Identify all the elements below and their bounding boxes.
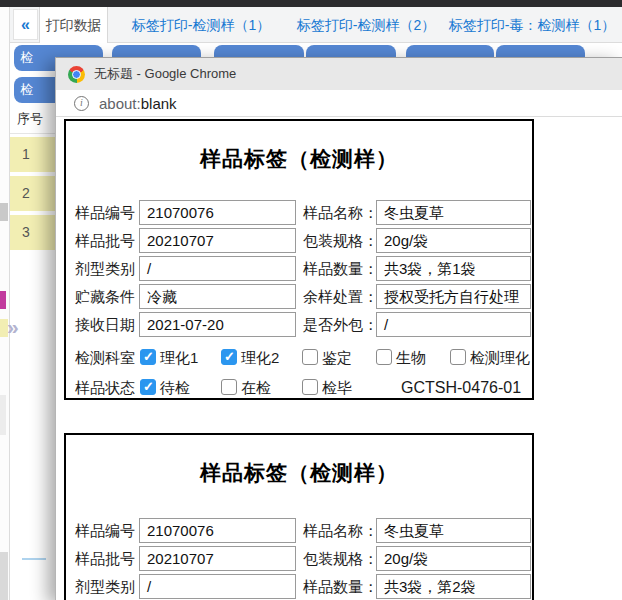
field-label: 余样处置： xyxy=(303,284,378,309)
checkbox-label: 理化1 xyxy=(160,348,198,367)
field-label: 样品状态： xyxy=(75,378,150,397)
checkbox-jiance-lihua[interactable] xyxy=(450,349,466,365)
field-label: 样品名称： xyxy=(303,200,378,225)
field-label: 样品名称： xyxy=(303,518,378,543)
tab-label-print-1[interactable]: 标签打印-检测样（1） xyxy=(120,7,282,43)
sample-label-card-1: 样品标签（检测样） 样品编号： 21070076 样品名称： 冬虫夏草 样品批号… xyxy=(64,119,534,400)
field-label: 包装规格： xyxy=(303,546,378,571)
checkbox-daijian[interactable] xyxy=(140,379,156,395)
checkbox-shengwu[interactable] xyxy=(376,349,392,365)
outsourced-input[interactable]: / xyxy=(376,312,531,337)
collapsed-left-panel xyxy=(0,7,10,600)
tab-print-data[interactable]: 打印数据 xyxy=(39,7,108,43)
table-header-seq: 序号 xyxy=(17,110,43,128)
chrome-popup-window: 无标题 - Google Chrome i about:blank 样品标签（检… xyxy=(55,57,622,600)
pack-spec-input[interactable]: 20g/袋 xyxy=(376,228,531,253)
field-row: 样品编号： 21070076 样品名称： 冬虫夏草 xyxy=(66,200,532,225)
tab-label-print-toxic-1[interactable]: 标签打印-毒：检测样（1） xyxy=(448,7,616,43)
checkbox-lihua1[interactable] xyxy=(140,349,156,365)
chrome-window-title: 无标题 - Google Chrome xyxy=(94,65,236,83)
page-url: about:blank xyxy=(99,95,177,112)
collapse-tabs-icon[interactable]: « xyxy=(13,9,38,40)
page-info-icon[interactable]: i xyxy=(74,96,89,111)
sample-name-input[interactable]: 冬虫夏草 xyxy=(376,518,531,543)
sample-name-input[interactable]: 冬虫夏草 xyxy=(376,200,531,225)
label-title: 样品标签（检测样） xyxy=(66,145,532,173)
batch-no-input[interactable]: 20210707 xyxy=(139,546,296,571)
field-row: 贮藏条件： 冷藏 余样处置： 授权受托方自行处理 xyxy=(66,284,532,309)
pack-spec-input[interactable]: 20g/袋 xyxy=(376,546,531,571)
field-row: 样品批号： 20210707 包装规格： 20g/袋 xyxy=(66,228,532,253)
field-row: 接收日期： 2021-07-20 是否外包： / xyxy=(66,312,532,337)
dosage-form-input[interactable]: / xyxy=(139,574,296,599)
sample-no-input[interactable]: 21070076 xyxy=(139,200,296,225)
checkbox-jianding[interactable] xyxy=(302,349,318,365)
field-row: 样品批号： 20210707 包装规格： 20g/袋 xyxy=(66,546,532,571)
checkbox-label: 理化2 xyxy=(241,348,279,367)
panel-fragment xyxy=(0,552,8,600)
panel-fragment xyxy=(0,291,6,309)
sample-no-input[interactable]: 21070076 xyxy=(139,518,296,543)
sample-label-card-2: 样品标签（检测样） 样品编号： 21070076 样品名称： 冬虫夏草 样品批号… xyxy=(64,433,534,600)
chrome-window-titlebar[interactable]: 无标题 - Google Chrome xyxy=(56,58,622,90)
field-label: 检测科室： xyxy=(75,348,150,367)
label-title: 样品标签（检测样） xyxy=(66,459,532,487)
status-row: 样品状态： 待检 在检 检毕 GCTSH-0476-01 xyxy=(66,378,532,398)
checkbox-zaijian[interactable] xyxy=(221,379,237,395)
checkbox-label: 待检 xyxy=(160,378,190,397)
checkbox-label: 鉴定 xyxy=(322,348,352,367)
url-scheme: about: xyxy=(99,95,141,112)
receive-date-input[interactable]: 2021-07-20 xyxy=(139,312,296,337)
batch-no-input[interactable]: 20210707 xyxy=(139,228,296,253)
sample-code: GCTSH-0476-01 xyxy=(401,378,529,398)
field-label: 包装规格： xyxy=(303,228,378,253)
url-path: blank xyxy=(141,95,177,112)
field-label: 样品数量： xyxy=(303,574,378,599)
expand-panel-icon[interactable]: » xyxy=(7,314,31,340)
page-tab-bar: « 打印数据 标签打印-检测样（1） 标签打印-检测样（2） 标签打印-毒：检测… xyxy=(0,7,622,43)
department-row: 检测科室： 理化1 理化2 鉴定 生物 检测理化 xyxy=(66,348,532,368)
panel-fragment xyxy=(0,395,6,435)
chrome-logo-icon xyxy=(68,66,85,83)
storage-input[interactable]: 冷藏 xyxy=(139,284,296,309)
field-label: 是否外包： xyxy=(303,312,378,337)
field-row: 剂型类别： / 样品数量： 共3袋，第1袋 xyxy=(66,256,532,281)
checkbox-label: 检毕 xyxy=(322,378,352,397)
background-row-edge xyxy=(22,558,46,560)
panel-fragment xyxy=(0,203,8,221)
tab-label-print-2[interactable]: 标签打印-检测样（2） xyxy=(285,7,447,43)
dosage-form-input[interactable]: / xyxy=(139,256,296,281)
field-row: 剂型类别： / 样品数量： 共3袋，第2袋 xyxy=(66,574,532,599)
quantity-input[interactable]: 共3袋，第2袋 xyxy=(376,574,531,599)
checkbox-label: 生物 xyxy=(396,348,426,367)
checkbox-label: 检测理化 xyxy=(470,348,530,367)
field-row: 样品编号： 21070076 样品名称： 冬虫夏草 xyxy=(66,518,532,543)
checkbox-jianbi[interactable] xyxy=(302,379,318,395)
field-label: 样品数量： xyxy=(303,256,378,281)
checkbox-label: 在检 xyxy=(241,378,271,397)
chrome-address-bar[interactable]: i about:blank xyxy=(56,90,622,117)
window-top-bar xyxy=(0,0,622,7)
quantity-input[interactable]: 共3袋，第1袋 xyxy=(376,256,531,281)
checkbox-lihua2[interactable] xyxy=(221,349,237,365)
disposal-input[interactable]: 授权受托方自行处理 xyxy=(376,284,531,309)
